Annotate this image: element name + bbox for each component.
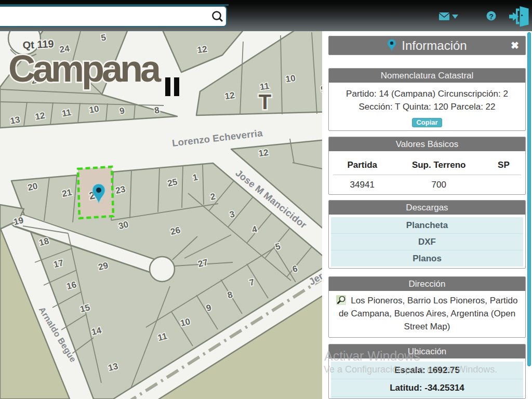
svg-text:T: T <box>259 90 271 113</box>
svg-text:12: 12 <box>197 44 208 55</box>
svg-text:12: 12 <box>258 148 269 158</box>
svg-text:11: 11 <box>61 108 72 119</box>
svg-text:10: 10 <box>88 104 100 115</box>
svg-text:13: 13 <box>9 115 21 126</box>
svg-text:23: 23 <box>115 184 126 196</box>
svg-text:20: 20 <box>27 181 38 193</box>
svg-text:10: 10 <box>285 73 296 84</box>
svg-text:12: 12 <box>34 111 46 122</box>
svg-text:?: ? <box>489 12 494 21</box>
svg-text:12: 12 <box>224 90 235 101</box>
svg-text:21: 21 <box>61 187 73 199</box>
svg-text:Campana: Campana <box>8 48 162 89</box>
svg-text:25: 25 <box>167 177 178 189</box>
